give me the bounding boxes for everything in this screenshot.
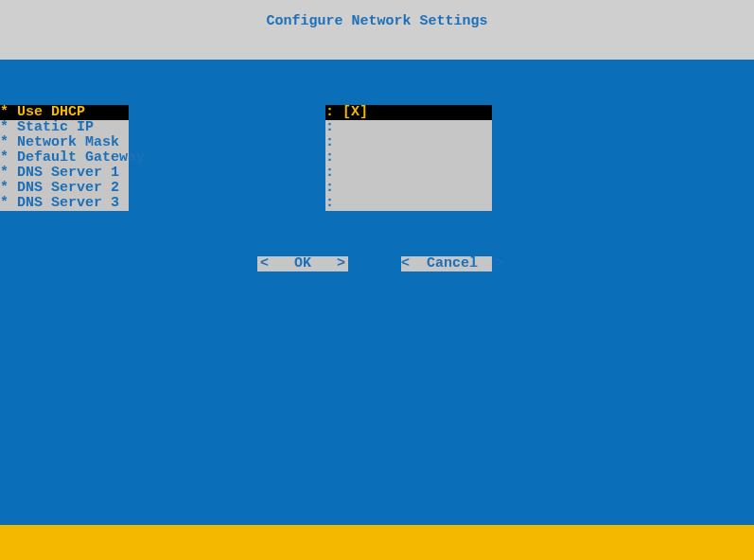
value-dns-server-3[interactable]: : (325, 196, 492, 211)
value-static-ip[interactable]: : (325, 120, 492, 135)
setting-static-ip[interactable]: * Static IP (0, 120, 129, 135)
value-use-dhcp[interactable]: : [X] (325, 105, 492, 120)
setting-network-mask[interactable]: * Network Mask (0, 135, 129, 150)
value-dns-server-1[interactable]: : (325, 166, 492, 181)
ok-button[interactable]: < OK > (257, 256, 348, 271)
setting-dns-server-3[interactable]: * DNS Server 3 (0, 196, 129, 211)
status-bar: Spacebar to select between using DHCP or… (0, 525, 754, 560)
value-dns-server-2[interactable]: : (325, 181, 492, 196)
page-title: Configure Network Settings (266, 0, 487, 29)
cancel-button[interactable]: < Cancel > (401, 256, 492, 271)
setting-dns-server-2[interactable]: * DNS Server 2 (0, 181, 129, 196)
setting-dns-server-1[interactable]: * DNS Server 1 (0, 166, 129, 181)
main-panel: * Use DHCP * Static IP * Network Mask * … (0, 60, 754, 525)
setting-default-gateway[interactable]: * Default Gateway (0, 150, 129, 166)
value-network-mask[interactable]: : (325, 135, 492, 150)
header-bar: Configure Network Settings (0, 0, 754, 60)
value-default-gateway[interactable]: : (325, 150, 492, 166)
setting-use-dhcp[interactable]: * Use DHCP (0, 105, 129, 120)
settings-label-column: * Use DHCP * Static IP * Network Mask * … (0, 105, 129, 211)
settings-value-column: : [X] : : : : : : (325, 105, 492, 211)
